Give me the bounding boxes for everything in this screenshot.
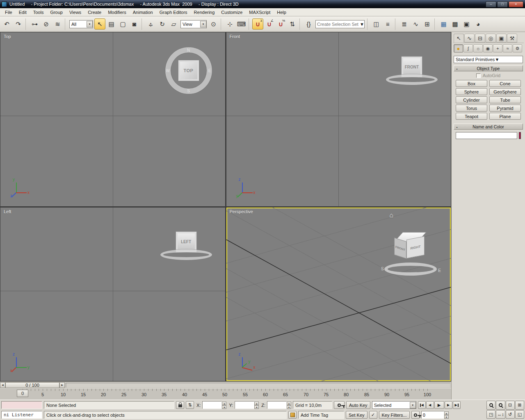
menu-modifiers[interactable]: Modifiers xyxy=(105,9,130,16)
subtab-space-warps[interactable]: ≈ xyxy=(503,44,512,52)
zoom-button[interactable] xyxy=(486,401,495,410)
viewport-left-label[interactable]: Left xyxy=(4,209,11,214)
object-type-rollout-header[interactable]: - Object Type xyxy=(454,65,523,71)
time-slider-right-arrow[interactable]: ▸ xyxy=(59,382,65,388)
schematic-view-button[interactable]: ⊞ xyxy=(422,18,433,30)
material-editor-button[interactable]: ▦ xyxy=(438,18,449,30)
menu-help[interactable]: Help xyxy=(274,9,290,16)
geosphere-button[interactable]: GeoSphere xyxy=(489,88,521,95)
select-and-manipulate-button[interactable]: ⊹ xyxy=(224,18,235,30)
play-button[interactable]: ▶ xyxy=(434,401,444,409)
viewcube-face[interactable]: TOP xyxy=(178,60,199,81)
menu-create[interactable]: Create xyxy=(84,9,105,16)
tab-modify[interactable]: ∿ xyxy=(464,34,475,43)
zoom-region-button[interactable]: ◳ xyxy=(486,410,495,419)
z-spinner[interactable]: ▴▾ xyxy=(287,402,291,409)
plane-button[interactable]: Plane xyxy=(489,113,521,120)
redo-button[interactable]: ↷ xyxy=(13,18,24,30)
select-and-move-button[interactable]: ↔ ↕ xyxy=(145,18,156,30)
viewcube-right-face[interactable]: RIGHT xyxy=(406,236,425,258)
named-selection-set-combo[interactable]: ▼ xyxy=(315,20,365,28)
key-outline-toggle[interactable]: ✓ xyxy=(369,411,377,419)
viewport-perspective-label[interactable]: Perspective xyxy=(230,209,253,214)
viewport-top-label[interactable]: Top xyxy=(4,34,11,39)
auto-key-button[interactable]: Auto Key xyxy=(346,401,370,409)
reference-coordinate-dropdown[interactable]: View ▼ xyxy=(180,20,207,28)
menu-file[interactable]: File xyxy=(2,9,16,16)
minimize-button[interactable]: – xyxy=(486,1,496,7)
frame-spinner[interactable]: ▴▾ xyxy=(444,411,449,419)
pyramid-button[interactable]: Pyramid xyxy=(489,105,521,112)
subtab-shapes[interactable]: ʃ xyxy=(463,44,473,52)
arc-rotate-button[interactable]: ↺ xyxy=(506,410,515,419)
menu-edit[interactable]: Edit xyxy=(16,9,30,16)
viewcube-left[interactable]: LEFT xyxy=(160,230,213,267)
menu-graph-editors[interactable]: Graph Editors xyxy=(156,9,191,16)
zoom-extents-all-button[interactable]: ⊞ xyxy=(515,401,524,410)
mirror-button[interactable]: ◫ xyxy=(371,18,382,30)
x-spinner[interactable]: ▴▾ xyxy=(222,402,226,409)
x-coordinate-input[interactable] xyxy=(202,401,222,409)
menu-customize[interactable]: Customize xyxy=(218,9,246,16)
object-color-swatch[interactable] xyxy=(519,132,521,139)
current-frame-marker[interactable]: 0 xyxy=(17,390,28,397)
object-name-input[interactable] xyxy=(456,132,517,139)
torus-button[interactable]: Torus xyxy=(456,105,487,112)
spinner-snap-button[interactable]: ⇅ xyxy=(287,18,298,30)
subtab-lights[interactable]: ☼ xyxy=(473,44,483,52)
subtab-cameras[interactable]: ◉ xyxy=(483,44,493,52)
select-and-rotate-button[interactable]: ↻ xyxy=(157,18,168,30)
tab-display[interactable]: ▣ xyxy=(496,34,507,43)
render-setup-button[interactable]: ▩ xyxy=(450,18,461,30)
percent-snap-button[interactable]: ∪ % xyxy=(275,18,286,30)
add-time-tag-field[interactable]: Add Time Tag xyxy=(298,411,344,419)
primitive-category-dropdown[interactable]: Standard Primitives ▼ xyxy=(454,56,523,63)
min-max-toggle-button[interactable]: ◱ xyxy=(515,410,524,419)
maximize-button[interactable]: □ xyxy=(497,1,508,7)
viewport-front[interactable]: Front FRONT z x y xyxy=(226,32,451,206)
viewcube-perspective[interactable]: FRONT RIGHT S E xyxy=(384,229,438,278)
box-button[interactable]: Box xyxy=(456,80,487,87)
viewport-front-label[interactable]: Front xyxy=(230,34,240,39)
subtab-helpers[interactable]: + xyxy=(493,44,502,52)
subtab-geometry[interactable]: ● xyxy=(454,44,463,52)
pan-button[interactable]: ↔ ↕ xyxy=(496,410,505,419)
macro-recorder-pane[interactable] xyxy=(1,401,42,409)
time-tag-cube-button[interactable] xyxy=(288,411,297,419)
menu-views[interactable]: Views xyxy=(66,9,84,16)
track-bar[interactable]: 0 5 10 15 20 25 30 35 40 45 50 55 60 65 … xyxy=(0,388,451,399)
viewport-left[interactable]: Left LEFT z y x xyxy=(0,208,225,381)
set-key-button[interactable]: Set Key xyxy=(346,411,368,419)
subtab-systems[interactable]: ⚙ xyxy=(513,44,522,52)
layer-manager-button[interactable]: ≣ xyxy=(399,18,410,30)
teapot-button[interactable]: Teapot xyxy=(456,113,487,120)
curve-editor-button[interactable]: ∿ xyxy=(410,18,421,30)
cylinder-button[interactable]: Cylinder xyxy=(456,96,487,103)
sphere-button[interactable]: Sphere xyxy=(456,88,487,95)
viewcube-home-icon[interactable]: ⌂ xyxy=(389,212,393,219)
menu-maxscript[interactable]: MAXScript xyxy=(246,9,274,16)
go-to-end-button[interactable]: ▶ xyxy=(453,401,461,409)
autogrid-checkbox[interactable] xyxy=(476,73,481,78)
select-and-scale-button[interactable]: ▱ xyxy=(168,18,179,30)
angle-snap-button[interactable]: ∪ ∠ xyxy=(264,18,275,30)
edit-named-selection-sets-button[interactable]: {} xyxy=(303,18,314,30)
menu-group[interactable]: Group xyxy=(47,9,66,16)
cone-button[interactable]: Cone xyxy=(489,80,521,87)
window-crossing-button[interactable]: ◙ xyxy=(129,18,140,30)
menu-tools[interactable]: Tools xyxy=(30,9,47,16)
tab-create[interactable]: ↖ xyxy=(454,34,464,43)
set-keys-button[interactable] xyxy=(334,401,345,409)
next-frame-button[interactable]: ▶ xyxy=(445,401,452,409)
maxscript-mini-listener[interactable]: ni Listener xyxy=(1,411,42,419)
select-by-name-button[interactable]: ▤ xyxy=(106,18,117,30)
rect-selection-region-button[interactable]: ▢ xyxy=(117,18,128,30)
viewcube-top[interactable]: N S W E TOP xyxy=(165,47,212,94)
selection-lock-toggle[interactable] xyxy=(176,401,184,409)
current-frame-input[interactable] xyxy=(421,411,444,419)
align-button[interactable]: ≡ xyxy=(382,18,393,30)
key-filters-button[interactable]: Key Filters... xyxy=(379,411,410,419)
name-color-rollout-header[interactable]: - Name and Color xyxy=(454,123,523,130)
use-pivot-center-button[interactable]: ⊙ xyxy=(208,18,219,30)
viewport-perspective[interactable]: Perspective ⌂ FRONT RIGHT S E z x y xyxy=(226,208,451,381)
